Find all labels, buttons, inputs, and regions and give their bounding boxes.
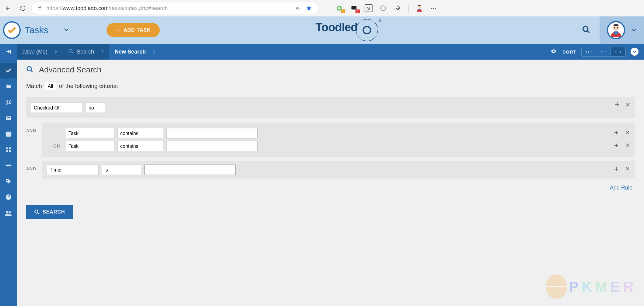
brand-circle-icon [356, 19, 378, 41]
add-task-label: ADD TASK [124, 27, 151, 33]
rule-operator-select[interactable]: contains [117, 141, 163, 151]
add-rule-icon[interactable] [614, 101, 620, 109]
ext-icon-2[interactable]: 1 [350, 4, 358, 12]
rule-operator-select[interactable]: is [102, 165, 141, 175]
rule-row: Timer is [47, 165, 630, 175]
svg-rect-13 [6, 116, 11, 120]
breadcrumb-bar: alswl (Me) Search New Search SORT [0, 44, 644, 60]
sidebar-item-goals[interactable] [0, 110, 17, 126]
reload-button[interactable] [19, 5, 26, 12]
extensions-menu-icon[interactable] [394, 4, 402, 12]
ext-icon-4[interactable] [379, 4, 387, 12]
svg-rect-21 [6, 150, 8, 152]
rule-operator-select[interactable]: no [86, 103, 105, 113]
rule-field-select[interactable]: Checked Off [31, 103, 83, 113]
remove-rule-icon[interactable] [625, 143, 630, 149]
remove-rule-icon[interactable] [625, 166, 630, 173]
criteria-area: Match All of the following criteria: Che… [17, 79, 644, 200]
match-mode-select[interactable]: All [45, 82, 56, 90]
back-button[interactable] [5, 5, 12, 12]
svg-rect-22 [9, 150, 11, 152]
favorite-icon[interactable] [306, 5, 312, 12]
svg-point-29 [35, 210, 38, 213]
add-task-button[interactable]: ADD TASK [107, 23, 160, 37]
rule-group-block: Task contains OR Task contains [42, 123, 635, 157]
more-icon[interactable]: ⋯ [430, 4, 438, 12]
add-rule-link[interactable]: Add Rule [26, 183, 635, 197]
profile-icon[interactable] [415, 4, 423, 12]
svg-point-2 [338, 7, 340, 9]
svg-rect-0 [38, 7, 41, 9]
main-layout: @ 31 Advanced Search [0, 60, 644, 306]
sidebar-item-folders[interactable] [0, 78, 17, 94]
svg-text:31: 31 [7, 133, 10, 136]
reader-icon[interactable]: A» [295, 5, 301, 12]
header-search-icon[interactable] [582, 25, 590, 35]
chevron-down-icon [64, 27, 69, 33]
app-header-middle: ADD TASK Toodled® [97, 23, 600, 37]
add-rule-icon[interactable] [614, 166, 619, 173]
chevron-right-icon [152, 49, 156, 55]
svg-point-24 [7, 180, 8, 181]
rule-value-input[interactable] [144, 165, 236, 175]
rule-block-3: AND Timer is [26, 161, 635, 179]
rule-row: OR Task contains [47, 141, 630, 151]
visibility-toggle[interactable] [550, 48, 558, 55]
sidebar-item-calendar[interactable]: 31 [0, 126, 17, 142]
sidebar-item-tasks[interactable] [0, 63, 17, 78]
lock-icon [37, 5, 42, 11]
rule-value-input[interactable] [166, 128, 257, 138]
more-options-button[interactable] [631, 48, 639, 56]
rule-actions [614, 143, 630, 149]
remove-rule-icon[interactable] [625, 101, 631, 109]
rule-operator-select[interactable]: contains [117, 128, 163, 138]
ext-icon-3[interactable]: S [365, 4, 373, 12]
url-actions: A» [295, 5, 312, 12]
breadcrumb-new-search[interactable]: New Search [109, 44, 161, 60]
sort-option-3[interactable]: ↑↓ ↑ [611, 47, 625, 56]
svg-point-9 [614, 27, 615, 29]
address-bar[interactable]: https://www.toodledo.com/tasks/index.php… [32, 2, 318, 14]
svg-rect-19 [6, 148, 8, 149]
breadcrumb-user[interactable]: alswl (Me) [17, 44, 63, 60]
sidebar-item-collaborators[interactable] [0, 205, 17, 221]
svg-rect-23 [6, 165, 11, 166]
search-button[interactable]: SEARCH [26, 205, 73, 219]
rule-value-input[interactable] [166, 141, 257, 151]
svg-point-12 [69, 49, 72, 52]
remove-rule-icon[interactable] [625, 130, 630, 137]
sort-option-1[interactable]: ↑↓ ↑ [582, 47, 596, 56]
sidebar-item-grid[interactable] [0, 142, 17, 158]
rule-field-select[interactable]: Timer [47, 165, 99, 175]
search-button-row: SEARCH [17, 200, 644, 228]
collapse-sidebar-button[interactable] [0, 44, 17, 60]
sidebar-item-contexts[interactable]: @ [0, 94, 17, 110]
sidebar: @ 31 [0, 60, 17, 306]
app-section-switcher[interactable]: Tasks [0, 21, 97, 39]
page-header: Advanced Search [17, 60, 644, 79]
avatar[interactable] [607, 21, 625, 39]
svg-rect-3 [352, 6, 357, 10]
rule-field-select[interactable]: Task [66, 141, 114, 151]
row-connector-or: OR [47, 144, 63, 148]
rule-group-block: Timer is [42, 161, 635, 179]
rule-group-2: AND Task contains OR Task [26, 123, 635, 157]
ext-badge-1: 1 [341, 9, 345, 13]
breadcrumb-search[interactable]: Search [63, 44, 109, 60]
ext-icon-1[interactable]: 1 [335, 4, 343, 12]
svg-rect-20 [9, 148, 11, 149]
breadcrumb: alswl (Me) Search New Search [0, 44, 161, 60]
content-area: Advanced Search Match All of the followi… [17, 60, 644, 306]
add-rule-icon[interactable] [614, 143, 619, 149]
sort-label: SORT [562, 49, 576, 54]
sidebar-item-timer[interactable] [0, 189, 17, 205]
rule-field-select[interactable]: Task [66, 128, 114, 138]
group-connector-and: AND [26, 161, 42, 171]
rule-row: Task contains [47, 128, 630, 138]
sidebar-item-status[interactable] [0, 158, 17, 173]
svg-point-7 [583, 26, 588, 31]
add-rule-icon[interactable] [614, 130, 619, 137]
sidebar-item-tags[interactable] [0, 173, 17, 189]
sort-option-2[interactable]: ↑↓ ↑ [596, 47, 611, 56]
account-chevron-icon[interactable] [631, 27, 637, 33]
